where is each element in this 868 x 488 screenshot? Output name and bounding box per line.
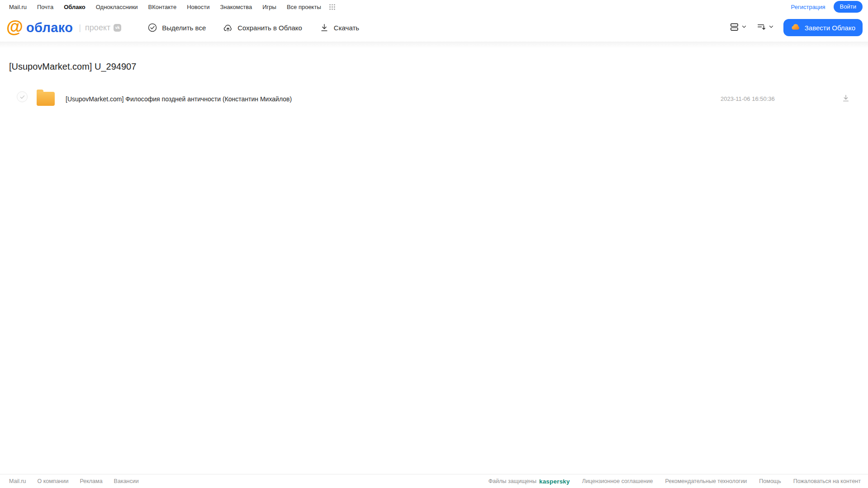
create-cloud-button[interactable]: Завести Облако — [783, 19, 863, 36]
footer-report-content-link[interactable]: Пожаловаться на контент — [793, 478, 861, 484]
registration-link[interactable]: Регистрация — [791, 4, 825, 10]
check-circle-icon — [147, 23, 157, 33]
footer: Mail.ru О компании Реклама Вакансии Файл… — [0, 474, 868, 488]
nav-vkontakte[interactable]: ВКонтакте — [148, 4, 177, 10]
download-button[interactable]: Скачать — [319, 23, 359, 33]
footer-mailru-link[interactable]: Mail.ru — [9, 478, 26, 484]
footer-help-link[interactable]: Помощь — [759, 478, 781, 484]
nav-games[interactable]: Игры — [262, 4, 276, 10]
login-button[interactable]: Войти — [834, 1, 863, 13]
project-label: проект — [85, 23, 110, 33]
footer-ads-link[interactable]: Реклама — [80, 478, 102, 484]
cloud-upload-icon — [223, 23, 233, 33]
file-row[interactable]: [UsupovMarket.com] Философия поздней ант… — [0, 90, 868, 110]
nav-odnoklassniki[interactable]: Одноклассники — [96, 4, 138, 10]
folder-icon — [37, 92, 55, 106]
nav-news[interactable]: Новости — [187, 4, 209, 10]
footer-right-links: Файлы защищены kaspersky Лицензионное со… — [489, 478, 861, 485]
row-download-icon[interactable] — [841, 94, 850, 104]
mailru-at-icon: @ — [6, 18, 23, 35]
kaspersky-logo[interactable]: kaspersky — [539, 478, 570, 485]
chevron-down-icon — [741, 24, 747, 32]
nav-all-projects[interactable]: Все проекты — [287, 4, 321, 10]
nav-mailru[interactable]: Mail.ru — [9, 4, 27, 10]
download-icon — [319, 23, 329, 33]
file-name-link[interactable]: [UsupovMarket.com] Философия поздней ант… — [66, 95, 292, 103]
logo-text: облако — [26, 20, 73, 35]
nav-mail[interactable]: Почта — [37, 4, 53, 10]
row-checkbox[interactable] — [17, 91, 28, 102]
top-nav-links: Mail.ru Почта Облако Одноклассники ВКонт… — [9, 4, 336, 10]
footer-jobs-link[interactable]: Вакансии — [114, 478, 139, 484]
save-to-cloud-label: Сохранить в Облако — [237, 24, 302, 32]
main-content: [UsupovMarket.com] U_294907 [UsupovMarke… — [0, 62, 868, 110]
cloud-logo[interactable]: @ облако | проект vk — [6, 19, 121, 36]
select-all-button[interactable]: Выделить все — [147, 23, 206, 33]
chevron-down-icon — [768, 24, 774, 32]
view-mode-icon — [729, 22, 740, 34]
sort-selector[interactable] — [756, 22, 774, 34]
footer-about-link[interactable]: О компании — [38, 478, 69, 484]
download-label: Скачать — [334, 24, 359, 32]
save-to-cloud-button[interactable]: Сохранить в Облако — [223, 23, 302, 33]
orange-cloud-icon — [791, 22, 801, 33]
sort-icon — [756, 22, 767, 34]
apps-grid-icon[interactable] — [329, 4, 336, 10]
footer-left-links: Mail.ru О компании Реклама Вакансии — [9, 478, 139, 484]
nav-dating[interactable]: Знакомства — [220, 4, 252, 10]
footer-recommendation-tech-link[interactable]: Рекомендательные технологии — [665, 478, 747, 484]
header-right: Завести Облако — [729, 19, 863, 36]
top-nav-auth: Регистрация Войти — [791, 1, 863, 13]
toolbar: Выделить все Сохранить в Облако Скачать — [147, 23, 359, 33]
header-shadow — [0, 42, 868, 48]
logo-separator: | — [79, 23, 81, 33]
top-nav: Mail.ru Почта Облако Одноклассники ВКонт… — [0, 0, 868, 14]
files-protected-note: Файлы защищены kaspersky — [489, 478, 570, 485]
protected-label: Файлы защищены — [489, 478, 536, 484]
nav-cloud[interactable]: Облако — [64, 4, 85, 10]
header: @ облако | проект vk Выделить все Сохран… — [0, 14, 868, 42]
file-modified-date: 2023-11-06 16:50:36 — [721, 95, 775, 102]
select-all-label: Выделить все — [162, 24, 206, 32]
page-title: [UsupovMarket.com] U_294907 — [9, 62, 868, 72]
vk-badge-icon: vk — [114, 24, 121, 32]
footer-license-link[interactable]: Лицензионное соглашение — [582, 478, 653, 484]
view-mode-selector[interactable] — [729, 22, 747, 34]
create-cloud-label: Завести Облако — [805, 24, 855, 32]
